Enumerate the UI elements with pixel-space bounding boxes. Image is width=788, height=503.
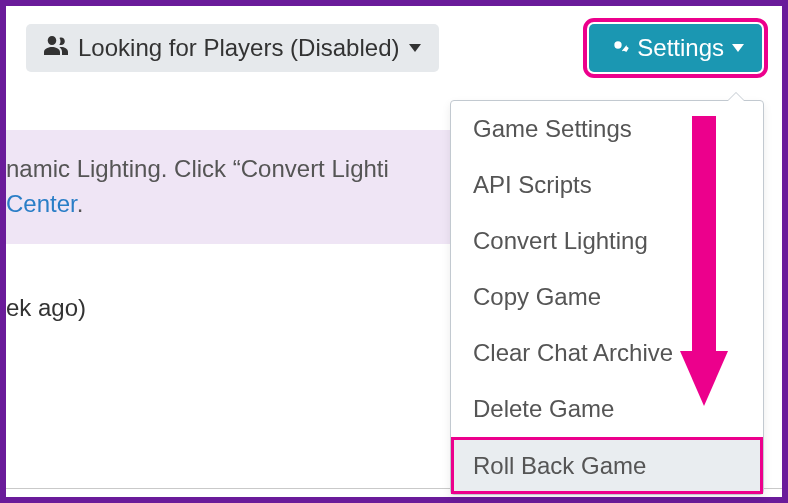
menu-item-delete-game[interactable]: Delete Game — [451, 381, 763, 437]
menu-item-convert-lighting[interactable]: Convert Lighting — [451, 213, 763, 269]
menu-item-api-scripts[interactable]: API Scripts — [451, 157, 763, 213]
help-center-link[interactable]: Center — [6, 190, 77, 217]
looking-for-players-button[interactable]: Looking for Players (Disabled) — [26, 24, 439, 72]
notice-trailing: . — [77, 190, 84, 217]
menu-item-game-settings[interactable]: Game Settings — [451, 101, 763, 157]
chevron-down-icon — [409, 44, 421, 52]
settings-button[interactable]: Settings — [589, 24, 762, 72]
menu-item-roll-back-game[interactable]: Roll Back Game — [451, 437, 763, 494]
content-area: Looking for Players (Disabled) Settings … — [6, 6, 782, 497]
settings-dropdown: Game Settings API Scripts Convert Lighti… — [450, 100, 764, 495]
menu-item-copy-game[interactable]: Copy Game — [451, 269, 763, 325]
people-icon — [44, 35, 68, 61]
lfp-label: Looking for Players (Disabled) — [78, 34, 399, 62]
toolbar: Looking for Players (Disabled) Settings — [6, 24, 762, 72]
annotation-frame: Looking for Players (Disabled) Settings … — [0, 0, 788, 503]
settings-label: Settings — [637, 34, 724, 62]
chevron-down-icon — [732, 44, 744, 52]
menu-item-clear-chat-archive[interactable]: Clear Chat Archive — [451, 325, 763, 381]
activity-fragment: ek ago) — [6, 294, 86, 321]
notice-text-fragment: namic Lighting. Click “Convert Lighti — [6, 155, 389, 182]
settings-wrap: Settings — [589, 24, 762, 72]
gear-icon — [607, 34, 629, 62]
